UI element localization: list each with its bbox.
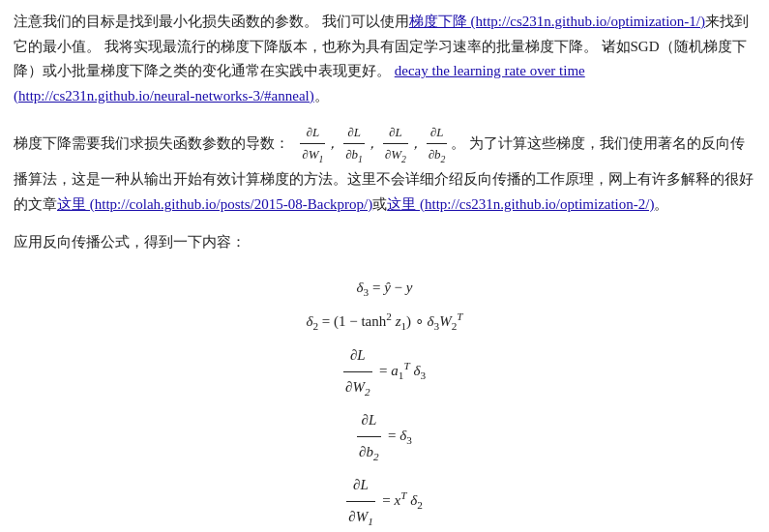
page-content: 注意我们的目标是找到最小化损失函数的参数。 我们可以使用梯度下降 (http:/… [14, 10, 755, 532]
equation-3: ∂L ∂W2 = a1T δ3 [14, 340, 755, 403]
link-cs231n-opt2[interactable]: 这里 (http://cs231n.github.io/optimization… [387, 196, 654, 212]
paragraph-1: 注意我们的目标是找到最小化损失函数的参数。 我们可以使用梯度下降 (http:/… [14, 10, 755, 108]
math-equations-block: δ3 = ŷ − y δ2 = (1 − tanh2 z1) ∘ δ3W2T ∂… [14, 273, 755, 532]
equation-5: ∂L ∂W1 = xT δ2 [14, 470, 755, 532]
link-colah-backprop[interactable]: 这里 (http://colah.github.io/posts/2015-08… [57, 196, 372, 212]
p2-math-inline: ∂L ∂W1 ， ∂L ∂b1 ， ∂L ∂W2 ， ∂L ∂b2 [293, 135, 451, 151]
p1-text1: 注意我们的目标是找到最小化损失函数的参数。 我们可以使用 [14, 14, 409, 29]
equation-1: δ3 = ŷ − y [14, 273, 755, 305]
equation-4: ∂L ∂b2 = δ3 [14, 405, 755, 468]
paragraph-3: 应用反向传播公式，得到一下内容： [14, 230, 755, 255]
link-decay-learning-rate[interactable]: decay the learning rate over time (http:… [14, 63, 585, 103]
p2-text1: 梯度下降需要我们求损失函数参数的导数： [14, 135, 289, 151]
paragraph-2: 梯度下降需要我们求损失函数参数的导数： ∂L ∂W1 ， ∂L ∂b1 ， ∂L… [14, 122, 755, 217]
p3-text: 应用反向传播公式，得到一下内容： [14, 234, 246, 250]
equation-2: δ2 = (1 − tanh2 z1) ∘ δ3W2T [14, 306, 755, 339]
link-gradient-descent[interactable]: 梯度下降 (http://cs231n.github.io/optimizati… [409, 14, 705, 29]
